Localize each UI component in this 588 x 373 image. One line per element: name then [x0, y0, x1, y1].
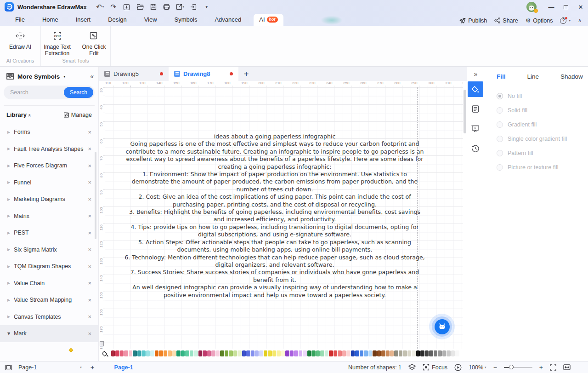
expand-triangle-icon[interactable] — [7, 315, 14, 319]
color-swatch[interactable] — [124, 350, 128, 356]
color-swatch[interactable] — [259, 350, 263, 356]
library-item[interactable]: Forms × — [0, 124, 98, 141]
color-swatch[interactable] — [115, 350, 119, 356]
expand-panel-icon[interactable]: » — [467, 67, 483, 81]
options-button[interactable]: ⚙ Options — [526, 17, 553, 24]
zoom-out-button[interactable]: − — [493, 364, 497, 371]
expand-triangle-icon[interactable] — [7, 180, 14, 184]
library-item[interactable]: PEST × — [0, 224, 98, 241]
color-swatch[interactable] — [220, 350, 224, 356]
color-swatch[interactable] — [281, 350, 285, 356]
fill-option[interactable]: Pattern fill — [497, 146, 588, 160]
color-swatch[interactable] — [133, 350, 136, 356]
color-swatch[interactable] — [237, 350, 241, 356]
menu-tab[interactable]: View — [136, 14, 166, 26]
remove-library-icon[interactable]: × — [88, 330, 91, 337]
color-swatch[interactable] — [360, 350, 363, 356]
library-item[interactable]: Value Chain × — [0, 275, 98, 292]
color-swatch[interactable] — [255, 350, 259, 356]
remove-library-icon[interactable]: × — [88, 280, 91, 287]
color-swatch[interactable] — [203, 350, 206, 356]
remove-library-icon[interactable]: × — [88, 263, 91, 270]
style-tab[interactable]: Line — [527, 73, 539, 80]
color-swatch[interactable] — [272, 350, 276, 356]
color-swatch[interactable] — [181, 350, 185, 356]
undo-button[interactable]: ↶▾ — [95, 2, 105, 12]
history-tab[interactable] — [468, 141, 483, 156]
fill-color-picker-icon[interactable] — [101, 350, 108, 357]
remove-library-icon[interactable]: × — [88, 313, 91, 320]
color-swatch[interactable] — [386, 350, 390, 356]
color-swatch[interactable] — [303, 350, 306, 356]
color-swatch[interactable] — [242, 350, 246, 356]
style-tab[interactable]: Shadow — [560, 73, 583, 80]
color-swatch[interactable] — [429, 350, 433, 356]
color-swatch[interactable] — [377, 350, 381, 356]
color-swatch[interactable] — [190, 350, 193, 356]
color-swatch[interactable] — [285, 350, 289, 356]
help-button[interactable]: ? ▾ — [560, 17, 571, 24]
color-swatch[interactable] — [299, 350, 302, 356]
color-swatch[interactable] — [351, 350, 355, 356]
color-swatch[interactable] — [229, 350, 232, 356]
color-swatch[interactable] — [346, 350, 350, 356]
fill-option[interactable]: Solid fill — [497, 103, 588, 117]
library-item[interactable]: Six Sigma Matrix × — [0, 241, 98, 258]
color-swatch[interactable] — [146, 350, 150, 356]
color-swatch[interactable] — [364, 350, 368, 356]
menu-tab[interactable]: Insert — [67, 14, 100, 26]
color-swatch[interactable] — [368, 350, 372, 356]
drawing-tab[interactable]: Drawing8 — [169, 67, 238, 81]
layers-icon[interactable] — [408, 364, 416, 371]
remove-library-icon[interactable]: × — [88, 145, 91, 152]
color-swatch[interactable] — [198, 350, 202, 356]
color-swatch[interactable] — [325, 350, 328, 356]
color-swatch[interactable] — [434, 350, 437, 356]
color-swatch[interactable] — [425, 350, 429, 356]
library-item[interactable]: Value Stream Mapping × — [0, 292, 98, 309]
publish-button[interactable]: Publish — [459, 17, 487, 24]
color-swatch[interactable] — [251, 350, 254, 356]
fill-style-tab[interactable] — [468, 81, 483, 97]
presentation-tab[interactable] — [468, 121, 483, 137]
ai-assistant-button[interactable] — [429, 314, 455, 339]
color-swatch[interactable] — [111, 350, 115, 356]
color-swatch[interactable] — [438, 350, 441, 356]
search-button[interactable]: Search — [64, 87, 93, 98]
drawing-tab[interactable]: Drawing5 — [99, 67, 169, 81]
expand-triangle-icon[interactable] — [7, 197, 14, 201]
library-item[interactable]: Canvas Templates × — [0, 309, 98, 326]
expand-triangle-icon[interactable] — [7, 164, 14, 168]
radio-icon[interactable] — [497, 164, 503, 171]
color-swatch[interactable] — [355, 350, 359, 356]
menu-tab[interactable]: File — [6, 14, 34, 26]
add-page-button[interactable]: + — [90, 363, 95, 371]
zoom-level-select[interactable]: 100% ▾ — [469, 364, 486, 371]
radio-icon[interactable] — [497, 93, 503, 99]
radio-icon[interactable] — [497, 136, 503, 142]
menu-tab[interactable]: AIhot — [254, 14, 283, 26]
expand-triangle-icon[interactable] — [7, 130, 14, 134]
color-swatch[interactable] — [159, 350, 163, 356]
color-swatch[interactable] — [264, 350, 267, 356]
expand-triangle-icon[interactable] — [7, 247, 14, 252]
library-item[interactable]: Marketing Diagrams × — [0, 191, 98, 208]
save-button[interactable] — [148, 2, 158, 12]
quick-access-caret[interactable]: ▾ — [202, 2, 212, 12]
play-presentation-icon[interactable] — [454, 364, 462, 371]
color-swatch[interactable] — [120, 350, 124, 356]
remove-library-icon[interactable]: × — [88, 162, 91, 169]
color-swatch[interactable] — [447, 350, 450, 356]
remove-library-icon[interactable]: × — [88, 212, 91, 219]
color-swatch[interactable] — [451, 350, 455, 356]
share-button[interactable]: Share — [494, 17, 518, 24]
color-swatch[interactable] — [150, 350, 154, 356]
remove-library-icon[interactable]: × — [88, 297, 91, 304]
color-swatch[interactable] — [155, 350, 158, 356]
menu-tab[interactable]: Advanced — [206, 14, 250, 26]
remove-library-icon[interactable]: × — [88, 230, 91, 236]
color-swatch[interactable] — [225, 350, 228, 356]
color-swatch[interactable] — [194, 350, 198, 356]
color-swatch[interactable] — [246, 350, 250, 356]
page-tab[interactable]: Page-1 — [114, 364, 133, 371]
